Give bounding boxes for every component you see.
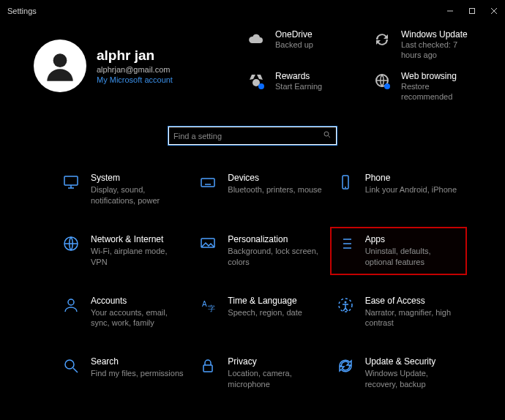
svg-point-33: [344, 301, 346, 303]
category-update-security[interactable]: Update & Security Windows Update, recove…: [330, 349, 467, 397]
category-system[interactable]: System Display, sound, notifications, po…: [56, 165, 192, 214]
category-title: Search: [91, 356, 184, 367]
category-title: Ease of Access: [365, 296, 460, 306]
svg-rect-11: [64, 176, 78, 185]
minimize-button[interactable]: [439, 0, 461, 22]
close-button[interactable]: [483, 0, 505, 22]
category-sub: Bluetooth, printers, mouse: [228, 184, 321, 195]
maximize-icon: [468, 7, 476, 15]
category-title: Update & Security: [365, 356, 460, 367]
medal-icon: [246, 71, 266, 91]
category-title: Personalization: [228, 234, 323, 244]
category-sub: Speech, region, date: [228, 307, 302, 318]
search-icon: [323, 130, 332, 141]
svg-point-4: [53, 53, 67, 67]
category-title: Time & Language: [228, 296, 302, 306]
category-network[interactable]: Network & Internet Wi-Fi, airplane mode,…: [56, 227, 192, 275]
category-accounts[interactable]: Accounts Your accounts, email, sync, wor…: [56, 288, 192, 337]
category-title: Accounts: [91, 296, 186, 306]
category-sub: Link your Android, iPhone: [365, 184, 457, 195]
maximize-button[interactable]: [461, 0, 483, 22]
category-sub: Find my files, permissions: [91, 368, 184, 379]
svg-point-6: [258, 83, 264, 89]
category-phone[interactable]: Phone Link your Android, iPhone: [330, 165, 467, 214]
minimize-icon: [446, 7, 454, 15]
phone-icon: [336, 173, 355, 192]
category-title: Apps: [365, 234, 460, 244]
svg-point-34: [65, 360, 74, 369]
category-sub: Location, camera, microphone: [228, 368, 323, 390]
svg-line-35: [73, 368, 78, 372]
search-input[interactable]: [173, 132, 323, 140]
svg-point-29: [68, 299, 74, 305]
status-sub: Start Earning: [275, 81, 322, 91]
person-icon: [42, 48, 78, 84]
status-onedrive[interactable]: OneDrive Backed up: [246, 29, 350, 61]
keyboard-icon: [198, 173, 217, 192]
status-title: OneDrive: [275, 29, 313, 40]
status-web-browsing[interactable]: Web browsing Restore recommended: [372, 71, 476, 102]
display-icon: [61, 173, 81, 192]
close-icon: [490, 7, 498, 15]
status-title: Windows Update: [401, 29, 476, 40]
category-devices[interactable]: Devices Bluetooth, printers, mouse: [192, 165, 329, 214]
categories: System Display, sound, notifications, po…: [0, 165, 505, 397]
svg-text:A: A: [202, 300, 207, 308]
category-title: Devices: [228, 173, 321, 183]
category-personalization[interactable]: Personalization Background, lock screen,…: [192, 227, 329, 275]
status-sub: Last checked: 7 hours ago: [401, 40, 476, 61]
update-icon: [336, 356, 355, 375]
svg-rect-1: [470, 9, 475, 14]
svg-line-10: [329, 136, 331, 138]
globe-icon: [61, 234, 81, 253]
category-title: Phone: [365, 173, 457, 183]
category-title: Privacy: [228, 356, 323, 367]
category-privacy[interactable]: Privacy Location, camera, microphone: [192, 349, 329, 397]
category-sub: Uninstall, defaults, optional features: [365, 246, 460, 268]
svg-point-8: [384, 83, 390, 89]
search-row: [0, 127, 505, 145]
profile-account-link[interactable]: My Microsoft account: [97, 75, 173, 84]
language-icon: A字: [198, 296, 217, 315]
category-ease-of-access[interactable]: Ease of Access Narrator, magnifier, high…: [330, 288, 467, 337]
avatar[interactable]: [34, 40, 86, 92]
profile-name: alphr jan: [97, 48, 173, 64]
category-apps[interactable]: Apps Uninstall, defaults, optional featu…: [330, 227, 467, 275]
cloud-icon: [246, 29, 266, 50]
svg-point-9: [324, 132, 329, 136]
status-sub: Restore recommended: [401, 81, 476, 102]
status-sub: Backed up: [275, 40, 313, 50]
sync-icon: [372, 29, 392, 50]
accessibility-icon: [336, 296, 355, 315]
svg-rect-36: [203, 365, 212, 372]
category-sub: Windows Update, recovery, backup: [365, 368, 460, 390]
status-rewards[interactable]: Rewards Start Earning: [246, 71, 350, 102]
globe-icon: [372, 71, 392, 91]
category-sub: Narrator, magnifier, high contrast: [365, 307, 460, 329]
header: alphr jan alphrjan@gmail.com My Microsof…: [0, 22, 505, 116]
window-title: Settings: [7, 7, 37, 15]
status-title: Web browsing: [401, 71, 476, 81]
category-title: System: [91, 173, 186, 183]
category-sub: Display, sound, notifications, power: [91, 184, 186, 206]
user-icon: [61, 296, 81, 315]
category-search[interactable]: Search Find my files, permissions: [56, 349, 192, 397]
status-grid: OneDrive Backed up Windows Update Last c…: [246, 29, 476, 102]
category-title: Network & Internet: [91, 234, 186, 244]
search-icon: [61, 356, 81, 375]
status-title: Rewards: [275, 71, 322, 81]
category-time-language[interactable]: A字 Time & Language Speech, region, date: [192, 288, 329, 337]
search-box[interactable]: [168, 127, 337, 145]
category-sub: Your accounts, email, sync, work, family: [91, 307, 186, 329]
svg-rect-14: [201, 179, 214, 187]
titlebar: Settings: [0, 0, 505, 22]
lock-icon: [198, 356, 217, 375]
profile-email: alphrjan@gmail.com: [97, 65, 173, 74]
apps-icon: [336, 234, 355, 253]
paint-icon: [198, 234, 217, 253]
status-windows-update[interactable]: Windows Update Last checked: 7 hours ago: [372, 29, 476, 61]
profile: alphr jan alphrjan@gmail.com My Microsof…: [34, 29, 246, 102]
svg-text:字: 字: [208, 304, 215, 312]
category-sub: Background, lock screen, colors: [228, 246, 323, 268]
category-sub: Wi-Fi, airplane mode, VPN: [91, 246, 186, 268]
